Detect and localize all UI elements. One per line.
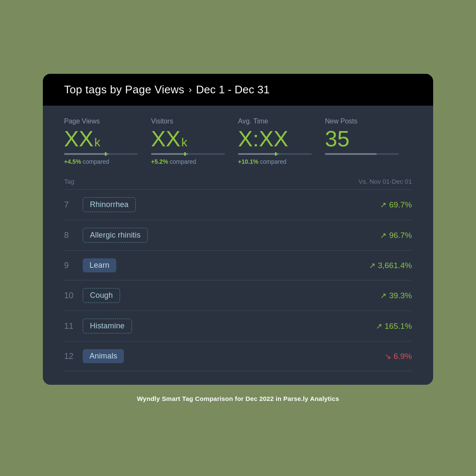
metric-label-0: Page Views	[64, 118, 151, 125]
table-row: 8Allergic rhinitis↗ 96.7%	[64, 220, 412, 251]
table-row: 9Learn↗ 3,661.4%	[64, 251, 412, 280]
metric-bar-2	[238, 153, 312, 155]
col-tag-label: Tag	[64, 178, 74, 185]
metric-change-pct-2: +10.1%	[238, 158, 258, 165]
metric-change-pct-0: +4.5%	[64, 158, 81, 165]
tag-chip[interactable]: Rhinorrhea	[83, 197, 136, 212]
table-header: Tag Vs. Nov 01-Dec 01	[64, 169, 412, 189]
tag-chip[interactable]: Cough	[83, 288, 120, 303]
tag-change-value: ↗ 96.7%	[380, 231, 412, 240]
arrow-up-icon: ↗	[380, 200, 386, 210]
metric-bar-1	[151, 153, 225, 155]
footer-text: Wyndly Smart Tag Comparison for Dec 2022…	[137, 395, 339, 402]
metric-bar-fill-2	[238, 153, 279, 155]
tag-chip[interactable]: Allergic rhinitis	[83, 228, 148, 243]
table-row: 11Histamine↗ 165.1%	[64, 311, 412, 342]
metric-change-pct-1: +5.2%	[151, 158, 168, 165]
metric-label-1: Visitors	[151, 118, 238, 125]
metric-change-2: +10.1% compared	[238, 158, 325, 165]
metric-bar-fill-1	[151, 153, 188, 155]
col-vs-label: Vs. Nov 01-Dec 01	[358, 178, 412, 185]
table-section: Tag Vs. Nov 01-Dec 01 7Rhinorrhea↗ 69.7%…	[43, 169, 433, 371]
metric-bar-fill-3	[325, 153, 377, 155]
metric-unit-0: k	[94, 137, 100, 148]
metric-change-1: +5.2% compared	[151, 158, 238, 165]
arrow-down-icon: ↘	[385, 352, 391, 361]
footer: Wyndly Smart Tag Comparison for Dec 2022…	[137, 395, 339, 402]
tag-row-number: 8	[64, 230, 83, 240]
metric-bar-marker-1	[184, 152, 186, 156]
metrics-row: Page ViewsXXk+4.5% comparedVisitorsXXk+5…	[43, 106, 433, 169]
metric-col-1: VisitorsXXk+5.2% compared	[151, 118, 238, 165]
metric-bar-marker-0	[105, 152, 106, 156]
header-title: Top tags by Page Views	[64, 83, 185, 96]
table-row: 7Rhinorrhea↗ 69.7%	[64, 190, 412, 220]
metric-bar-0	[64, 153, 138, 155]
metric-label-2: Avg. Time	[238, 118, 325, 125]
tag-chip[interactable]: Animals	[83, 349, 124, 363]
metric-change-0: +4.5% compared	[64, 158, 151, 165]
tag-row-number: 11	[64, 321, 83, 331]
arrow-up-icon: ↗	[376, 322, 382, 331]
tag-row-number: 9	[64, 260, 83, 270]
metric-col-3: New Posts35	[325, 118, 412, 165]
metric-bar-fill-0	[64, 153, 109, 155]
chevron-icon: ›	[189, 84, 192, 95]
tag-change-value: ↘ 6.9%	[385, 352, 412, 361]
table-row: 10Cough↗ 39.3%	[64, 280, 412, 311]
metric-value-1: XXk	[151, 128, 238, 150]
main-card: Top tags by Page Views › Dec 1 - Dec 31 …	[43, 74, 433, 385]
tag-chip[interactable]: Learn	[83, 258, 116, 272]
header: Top tags by Page Views › Dec 1 - Dec 31	[43, 74, 433, 106]
metric-label-3: New Posts	[325, 118, 412, 125]
arrow-up-icon: ↗	[369, 261, 375, 270]
tag-change-value: ↗ 3,661.4%	[369, 261, 412, 270]
tag-row-number: 7	[64, 200, 83, 210]
tag-change-value: ↗ 39.3%	[380, 291, 412, 300]
metric-bar-marker-2	[275, 152, 277, 156]
arrow-up-icon: ↗	[380, 231, 386, 240]
metric-value-2: X:XX	[238, 128, 325, 150]
metric-col-2: Avg. TimeX:XX+10.1% compared	[238, 118, 325, 165]
table-row: 12Animals↘ 6.9%	[64, 342, 412, 371]
metric-bar-3	[325, 153, 399, 155]
tag-change-value: ↗ 165.1%	[376, 322, 412, 331]
tag-chip[interactable]: Histamine	[83, 319, 132, 333]
tag-row-number: 12	[64, 351, 83, 361]
tag-rows-container: 7Rhinorrhea↗ 69.7%8Allergic rhinitis↗ 96…	[64, 190, 412, 371]
metric-col-0: Page ViewsXXk+4.5% compared	[64, 118, 151, 165]
metric-unit-1: k	[181, 137, 187, 148]
metric-value-0: XXk	[64, 128, 151, 150]
tag-row-number: 10	[64, 291, 83, 300]
arrow-up-icon: ↗	[380, 291, 386, 300]
metric-value-3: 35	[325, 128, 412, 150]
header-date: Dec 1 - Dec 31	[196, 83, 269, 96]
tag-change-value: ↗ 69.7%	[380, 200, 412, 210]
